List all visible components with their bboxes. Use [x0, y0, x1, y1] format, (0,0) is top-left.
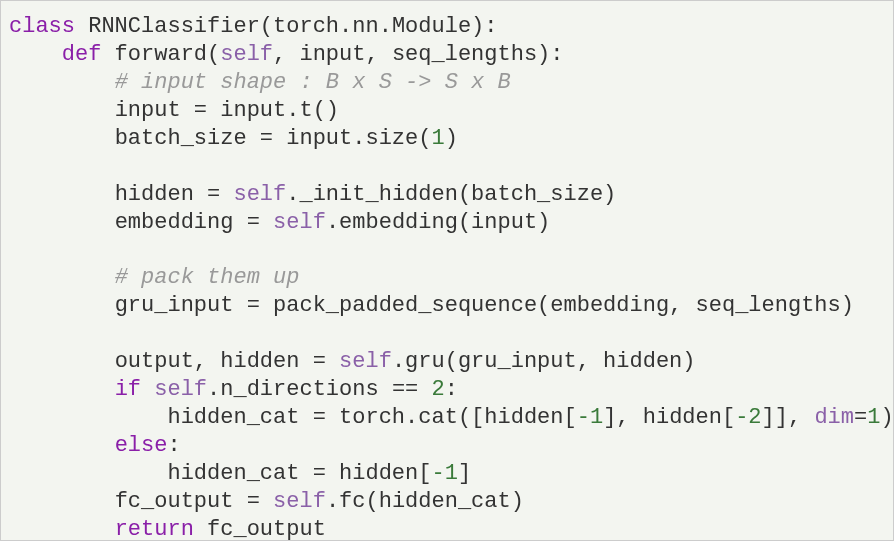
- line-hidden-pre: hidden =: [115, 182, 234, 207]
- number-neg-two: -2: [735, 405, 761, 430]
- line-fc-post: .fc(hidden_cat): [326, 489, 524, 514]
- number-neg-one-b: -1: [431, 461, 457, 486]
- class-base: (torch.nn.Module):: [260, 14, 498, 39]
- keyword-return: return: [115, 517, 194, 541]
- line-batch-pre: batch_size = input.size(: [115, 126, 432, 151]
- paren-open: (: [207, 42, 220, 67]
- if-condition: .n_directions ==: [207, 377, 431, 402]
- line-gru-input: gru_input = pack_padded_sequence(embeddi…: [115, 293, 854, 318]
- line-cat-post: ): [880, 405, 893, 430]
- code-block: class RNNClassifier(torch.nn.Module): de…: [9, 13, 885, 541]
- number-two: 2: [431, 377, 444, 402]
- keyword-if: if: [115, 377, 141, 402]
- class-name: RNNClassifier: [75, 14, 260, 39]
- self-ref: self: [339, 349, 392, 374]
- function-name: forward: [101, 42, 207, 67]
- line-hidden-post: ._init_hidden(batch_size): [286, 182, 616, 207]
- dim-kw: dim: [814, 405, 854, 430]
- if-colon: :: [445, 377, 458, 402]
- return-value: fc_output: [194, 517, 326, 541]
- number-neg-one: -1: [577, 405, 603, 430]
- line-batch-post: ): [445, 126, 458, 151]
- function-params: , input, seq_lengths):: [273, 42, 563, 67]
- else-colon: :: [167, 433, 180, 458]
- line-cat-pre: hidden_cat = torch.cat([hidden[: [167, 405, 576, 430]
- line-output-pre: output, hidden =: [115, 349, 339, 374]
- self-ref: self: [273, 489, 326, 514]
- self-param: self: [220, 42, 273, 67]
- number-one-b: 1: [867, 405, 880, 430]
- line-cat-eq: =: [854, 405, 867, 430]
- self-ref: self: [233, 182, 286, 207]
- number-one: 1: [431, 126, 444, 151]
- line-else-post: ]: [458, 461, 471, 486]
- keyword-class: class: [9, 14, 75, 39]
- keyword-else: else: [115, 433, 168, 458]
- line-fc-pre: fc_output =: [115, 489, 273, 514]
- self-ref: self: [154, 377, 207, 402]
- keyword-def: def: [62, 42, 102, 67]
- line-else-pre: hidden_cat = hidden[: [167, 461, 431, 486]
- line-embed-pre: embedding =: [115, 210, 273, 235]
- line-output-post: .gru(gru_input, hidden): [392, 349, 696, 374]
- comment-shape: # input shape : B x S -> S x B: [115, 70, 511, 95]
- line-cat-mid2: ]],: [762, 405, 815, 430]
- line-cat-mid1: ], hidden[: [603, 405, 735, 430]
- self-ref: self: [273, 210, 326, 235]
- comment-pack: # pack them up: [115, 265, 300, 290]
- line-embed-post: .embedding(input): [326, 210, 550, 235]
- if-space: [141, 377, 154, 402]
- line-input-t: input = input.t(): [115, 98, 339, 123]
